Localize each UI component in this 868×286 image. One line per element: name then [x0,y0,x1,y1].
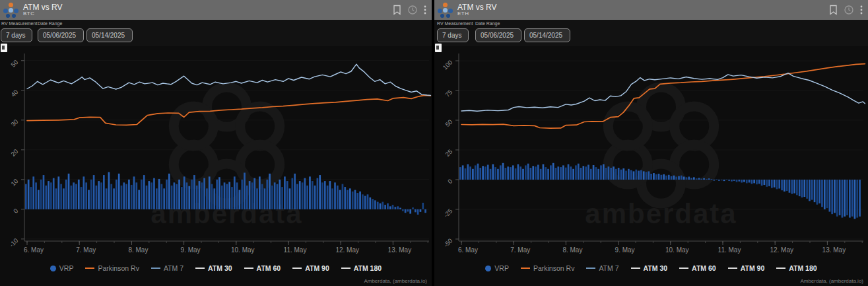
widget-header: ATM vs RV ETH [434,0,868,20]
svg-text:12. May: 12. May [770,246,793,254]
svg-text:8. May: 8. May [562,246,582,254]
svg-text:10: 10 [9,177,19,187]
series-marker [85,268,94,269]
dashboard: ATM vs RV BTC RV Measurement Date Range … [0,0,868,286]
rv-measurement-label: RV Measurement [1,21,37,26]
legend-item-atm-30[interactable]: ATM 30 [631,264,668,272]
svg-text:13. May: 13. May [388,246,412,254]
chart-legend: VRP Parkinson Rv ATM 7 ATM 30 ATM 60 ATM… [434,264,868,272]
series-marker [679,268,688,269]
svg-text:6. May: 6. May [458,246,478,254]
rv-measurement-select[interactable]: 7 days [437,28,469,42]
svg-text:11. May: 11. May [718,246,741,254]
widget-controls: RV Measurement Date Range 7 days 05/06/2… [434,20,868,46]
legend-item-parkinson-rv[interactable]: Parkinson Rv [521,264,574,272]
svg-text:8. May: 8. May [128,246,148,254]
amberdata-logo [2,1,19,18]
legend-item-atm-90[interactable]: ATM 90 [292,264,329,272]
svg-text:9. May: 9. May [181,246,201,254]
rv-measurement-select[interactable]: 7 days [1,28,32,42]
widget-controls: RV Measurement Date Range 7 days 05/06/2… [0,20,432,46]
legend-item-atm-7[interactable]: ATM 7 [586,264,618,272]
legend-item-atm-90[interactable]: ATM 90 [728,264,765,272]
svg-text:100: 100 [441,59,453,71]
svg-text:13. May: 13. May [822,246,846,254]
date-start-input[interactable]: 05/06/2025 [475,28,521,42]
rv-measurement-label: RV Measurement [437,21,473,26]
svg-text:25: 25 [444,148,453,158]
svg-text:30: 30 [9,118,19,127]
date-end-input[interactable]: 05/14/2025 [524,28,570,42]
widget-asset: BTC [23,11,63,17]
svg-text:6. May: 6. May [24,246,44,254]
resize-handle[interactable] [1,44,7,52]
series-marker [521,268,530,269]
svg-text:11. May: 11. May [284,246,307,254]
widget-asset: ETH [457,11,497,17]
series-marker [728,268,737,269]
widget-atm-vs-rv-btc: ATM vs RV BTC RV Measurement Date Range … [0,0,432,286]
svg-text:50: 50 [9,58,19,68]
svg-text:-25: -25 [442,207,453,219]
bookmark-icon[interactable] [393,5,401,15]
legend-item-atm-7[interactable]: ATM 7 [151,264,184,272]
series-marker [195,268,205,269]
svg-text:0: 0 [446,178,454,186]
svg-text:-50: -50 [442,237,453,248]
svg-text:50: 50 [444,118,453,128]
svg-text:10. May: 10. May [231,246,255,254]
date-start-input[interactable]: 05/06/2025 [38,28,84,42]
series-marker [586,268,595,269]
svg-text:-10: -10 [8,236,19,248]
svg-text:10. May: 10. May [665,246,689,254]
widget-atm-vs-rv-eth: ATM vs RV ETH RV Measurement Date Range … [434,0,868,286]
kebab-menu-icon[interactable] [424,5,426,15]
series-marker [631,268,640,269]
date-range-label: Date Range [475,21,500,26]
svg-text:7. May: 7. May [510,246,530,254]
bookmark-icon[interactable] [829,5,838,15]
svg-text:0: 0 [12,207,20,215]
series-marker [776,268,785,269]
kebab-menu-icon[interactable] [860,5,863,15]
chart-canvas-eth[interactable]: amberdata1007550250-25-506. May7. May8. … [434,46,868,286]
svg-text:7. May: 7. May [76,246,96,254]
attribution: Amberdata, (amberdata.io) [364,278,427,284]
legend-item-atm-180[interactable]: ATM 180 [341,264,382,272]
series-marker [341,268,351,269]
clock-icon[interactable] [407,5,418,15]
svg-text:75: 75 [444,89,453,98]
date-end-input[interactable]: 05/14/2025 [86,28,133,42]
date-range-label: Date Range [38,21,62,26]
legend-item-atm-180[interactable]: ATM 180 [776,264,817,272]
svg-text:20: 20 [9,147,19,157]
series-marker [151,268,160,269]
clock-icon[interactable] [844,5,854,15]
amberdata-logo [436,1,453,18]
series-marker [485,266,491,271]
chart-legend: VRP Parkinson Rv ATM 7 ATM 30 ATM 60 ATM… [0,264,432,272]
legend-item-atm-60[interactable]: ATM 60 [244,264,281,272]
svg-text:9. May: 9. May [615,246,635,254]
legend-item-vrp[interactable]: VRP [50,264,74,272]
series-marker [244,268,253,269]
legend-item-atm-30[interactable]: ATM 30 [195,264,232,272]
attribution: Amberdata, (amberdata.io) [800,278,863,284]
legend-item-atm-60[interactable]: ATM 60 [679,264,716,272]
series-marker [50,266,56,271]
widget-header: ATM vs RV BTC [0,0,432,20]
chart-canvas-btc[interactable]: amberdata50403020100-106. May7. May8. Ma… [0,46,432,286]
resize-handle[interactable] [435,44,442,52]
legend-item-vrp[interactable]: VRP [485,264,509,272]
svg-text:12. May: 12. May [335,246,359,254]
svg-text:40: 40 [9,88,19,98]
series-marker [292,268,302,269]
legend-item-parkinson-rv[interactable]: Parkinson Rv [85,264,139,272]
svg-text:amberdata: amberdata [585,198,737,229]
